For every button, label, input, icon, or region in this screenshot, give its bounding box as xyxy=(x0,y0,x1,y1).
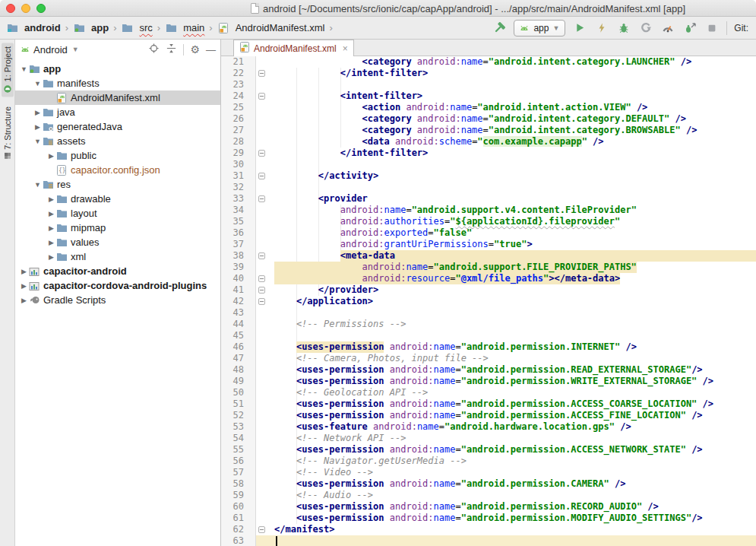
profiler-icon[interactable] xyxy=(660,21,675,36)
code-line-47[interactable]: <!-- Camera, Photos, input file --> xyxy=(271,353,756,364)
code-line-59[interactable]: <!-- Audio --> xyxy=(271,490,756,501)
code-line-46[interactable]: <uses-permission android:name="android.p… xyxy=(271,341,756,353)
locate-file-icon[interactable] xyxy=(148,43,160,57)
coverage-icon[interactable] xyxy=(638,21,653,36)
code-line-41[interactable]: </provider> xyxy=(271,284,756,296)
code-line-61[interactable]: <uses-permission android:name="android.p… xyxy=(271,513,756,524)
expand-arrow-open-icon[interactable]: ▼ xyxy=(33,80,42,87)
expand-arrow-open-icon[interactable]: ▼ xyxy=(20,65,28,73)
expand-arrow-closed-icon[interactable]: ▶ xyxy=(20,297,28,304)
expand-arrow-closed-icon[interactable]: ▶ xyxy=(33,109,42,116)
minimize-button[interactable] xyxy=(21,4,30,13)
editor-tab-androidmanifest[interactable]: AndroidManifest.xml × xyxy=(233,40,354,56)
tree-item-mipmap[interactable]: ▶mipmap xyxy=(15,221,220,235)
git-widget[interactable]: Git: xyxy=(734,23,748,33)
expand-arrow-open-icon[interactable]: ▼ xyxy=(33,138,42,145)
fold-marker-icon[interactable] xyxy=(258,195,265,202)
code-line-31[interactable]: </activity> xyxy=(271,170,756,182)
code-line-48[interactable]: <uses-permission android:name="android.p… xyxy=(271,364,756,376)
run-configuration-select[interactable]: app ▼ xyxy=(514,20,565,37)
hide-panel-icon[interactable]: — xyxy=(206,45,216,55)
code-line-32[interactable] xyxy=(271,182,756,193)
code-line-26[interactable]: <category android:name="android.intent.c… xyxy=(271,113,756,125)
breadcrumb-item-src[interactable]: src xyxy=(119,21,153,34)
code-line-53[interactable]: <uses-feature android:name="android.hard… xyxy=(271,421,756,433)
fold-marker-icon[interactable] xyxy=(258,173,265,179)
code-line-44[interactable]: <!-- Permissions --> xyxy=(271,319,756,330)
fold-marker-icon[interactable] xyxy=(258,70,265,77)
build-hammer-icon[interactable] xyxy=(492,21,507,36)
code-line-55[interactable]: <uses-permission android:name="android.p… xyxy=(271,444,756,456)
code-line-57[interactable]: <!-- Video --> xyxy=(271,467,756,478)
fold-marker-icon[interactable] xyxy=(258,526,265,533)
stop-icon[interactable] xyxy=(704,21,720,36)
breadcrumb-item-android[interactable]: android xyxy=(5,21,62,34)
breadcrumb-item-androidmanifest.xml[interactable]: AndroidManifest.xml xyxy=(216,21,327,34)
run-icon[interactable] xyxy=(572,21,587,36)
code-line-21[interactable]: <category android:name="android.intent.c… xyxy=(271,56,756,68)
code-line-50[interactable]: <!-- Geolocation API --> xyxy=(271,387,756,398)
project-view-selector[interactable]: Android xyxy=(33,44,68,56)
code-line-51[interactable]: <uses-permission android:name="android.p… xyxy=(271,398,756,410)
code-line-30[interactable] xyxy=(271,159,756,170)
code-line-37[interactable]: android:grantUriPermissions="true"> xyxy=(271,239,756,250)
code-line-62[interactable]: </manifest> xyxy=(271,524,756,535)
fold-marker-icon[interactable] xyxy=(258,252,265,259)
expand-arrow-closed-icon[interactable]: ▶ xyxy=(47,224,55,232)
expand-arrow-closed-icon[interactable]: ▶ xyxy=(47,239,55,246)
zoom-button[interactable] xyxy=(36,4,46,13)
code-line-29[interactable]: </intent-filter> xyxy=(271,148,756,159)
expand-arrow-open-icon[interactable]: ▼ xyxy=(33,181,42,189)
fold-marker-icon[interactable] xyxy=(258,150,265,157)
tree-item-capacitor-android[interactable]: ▶capacitor-android xyxy=(15,264,220,278)
tree-item-layout[interactable]: ▶layout xyxy=(15,206,220,221)
gear-icon[interactable]: ⚙ xyxy=(190,44,200,55)
code-line-54[interactable]: <!-- Network API --> xyxy=(271,433,756,444)
debug-icon[interactable] xyxy=(616,21,631,36)
code-line-60[interactable]: <uses-permission android:name="android.p… xyxy=(271,501,756,513)
breadcrumb-item-main[interactable]: main xyxy=(163,21,206,34)
code-line-23[interactable] xyxy=(271,79,756,90)
tree-item-androidmanifest-xml[interactable]: AndroidManifest.xml xyxy=(15,90,220,105)
code-line-49[interactable]: <uses-permission android:name="android.p… xyxy=(271,376,756,387)
code-line-27[interactable]: <category android:name="android.intent.c… xyxy=(271,125,756,136)
expand-arrow-closed-icon[interactable]: ▶ xyxy=(20,282,28,290)
fold-marker-icon[interactable] xyxy=(258,287,265,294)
tree-item-java[interactable]: ▶java xyxy=(15,105,220,119)
code-line-63[interactable] xyxy=(271,535,756,546)
fold-marker-icon[interactable] xyxy=(258,298,265,305)
code-line-22[interactable]: </intent-filter> xyxy=(271,68,756,79)
code-line-33[interactable]: <provider xyxy=(271,193,756,205)
code-line-40[interactable]: android:resource="@xml/file_paths"></met… xyxy=(271,273,756,284)
expand-arrow-closed-icon[interactable]: ▶ xyxy=(20,268,28,275)
tree-item-generatedjava[interactable]: ▶generatedJava xyxy=(15,119,220,134)
tree-item-values[interactable]: ▶values xyxy=(15,235,220,249)
code-line-56[interactable]: <!-- Navigator.getUserMedia --> xyxy=(271,456,756,467)
tree-item-capacitor-config-json[interactable]: {}capacitor.config.json xyxy=(15,163,220,177)
expand-arrow-closed-icon[interactable]: ▶ xyxy=(47,210,55,217)
close-tab-icon[interactable]: × xyxy=(343,43,348,54)
fold-marker-icon[interactable] xyxy=(258,93,265,100)
expand-arrow-closed-icon[interactable]: ▶ xyxy=(33,123,42,131)
tree-item-public[interactable]: ▶public xyxy=(15,148,220,163)
code-line-42[interactable]: </application> xyxy=(271,296,756,307)
tree-item-manifests[interactable]: ▼manifests xyxy=(15,76,220,90)
attach-debugger-icon[interactable] xyxy=(682,21,697,36)
code-line-52[interactable]: <uses-permission android:name="android.p… xyxy=(271,410,756,421)
tool-window-structure[interactable]: 7: Structure xyxy=(2,103,14,163)
expand-arrow-closed-icon[interactable]: ▶ xyxy=(47,152,55,160)
code-line-28[interactable]: <data android:scheme="com.example.capapp… xyxy=(271,136,756,148)
code-line-38[interactable]: <meta-data xyxy=(271,250,756,262)
breadcrumb-item-app[interactable]: app xyxy=(71,21,110,34)
tree-item-app[interactable]: ▼app xyxy=(15,62,220,76)
collapse-all-icon[interactable] xyxy=(166,43,177,57)
code-line-39[interactable]: android:name="android.support.FILE_PROVI… xyxy=(271,262,756,273)
code-line-34[interactable]: android:name="android.support.v4.content… xyxy=(271,205,756,216)
tree-item-drawable[interactable]: ▶drawable xyxy=(15,192,220,206)
code-line-25[interactable]: <action android:name="android.intent.act… xyxy=(271,102,756,113)
code-line-36[interactable]: android:exported="false" xyxy=(271,227,756,239)
expand-arrow-closed-icon[interactable]: ▶ xyxy=(47,195,55,203)
expand-arrow-closed-icon[interactable]: ▶ xyxy=(47,253,55,261)
apply-changes-icon[interactable] xyxy=(594,21,609,36)
code-line-24[interactable]: <intent-filter> xyxy=(271,90,756,102)
